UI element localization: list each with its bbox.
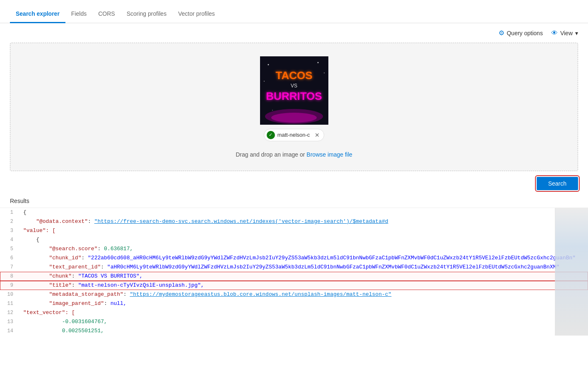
image-preview: TACOS VS BURRITOS [260, 56, 328, 125]
svg-point-8 [324, 72, 325, 73]
check-circle-icon: ✓ [267, 131, 275, 139]
svg-text:BURRITOS: BURRITOS [266, 90, 322, 102]
line-number: 11 [0, 299, 20, 308]
line-content: "text_vector": [ [20, 308, 588, 317]
line-number: 7 [0, 263, 20, 272]
line-content: { [20, 208, 588, 217]
table-row: 8 "chunk": "TACOS VS BURRITOS", [0, 272, 588, 281]
svg-point-6 [267, 64, 269, 65]
svg-point-9 [264, 81, 265, 82]
image-dropzone[interactable]: TACOS VS BURRITOS [10, 43, 578, 171]
line-content: "@search.score": 0.636817, [20, 244, 588, 254]
line-content: "metadata_storage_path": "https://mydemo… [20, 290, 588, 299]
chevron-down-icon: ▾ [575, 30, 578, 36]
table-row: 2 "@odata.context": "https://free-search… [0, 217, 588, 226]
toolbar: ⚙ Query options 👁 View ▾ [0, 23, 588, 43]
gear-icon: ⚙ [499, 29, 504, 37]
query-options-button[interactable]: ⚙ Query options [499, 29, 543, 37]
line-content: -0.0031604767, [20, 317, 588, 326]
line-number: 14 [0, 326, 20, 336]
line-content: "value": [ [20, 226, 588, 235]
tab-search-explorer[interactable]: Search explorer [10, 4, 65, 23]
line-number: 12 [0, 308, 20, 317]
line-content: "image_parent_id": null, [20, 299, 588, 308]
line-number: 4 [0, 235, 20, 244]
results-label: Results [0, 196, 588, 208]
drop-instructions: Drag and drop an image or Browse image f… [236, 151, 352, 158]
table-row: 5 "@search.score": 0.636817, [0, 244, 588, 254]
line-content: "title": "matt-nelson-cTyVIvzQslE-unspla… [20, 281, 588, 290]
table-row: 10 "metadata_storage_path": "https://myd… [0, 290, 588, 299]
minimap [555, 208, 588, 336]
line-number: 2 [0, 217, 20, 226]
line-content: "chunk_id": "222ab60cd608_aHR0cHM6Ly9teW… [20, 254, 588, 263]
svg-text:TACOS: TACOS [275, 69, 312, 82]
query-options-label: Query options [507, 30, 543, 36]
line-number: 9 [0, 281, 20, 290]
table-row: 11 "image_parent_id": null, [0, 299, 588, 308]
image-preview-wrapper: TACOS VS BURRITOS [260, 56, 328, 141]
line-number: 6 [0, 254, 20, 263]
line-content: { [20, 235, 588, 244]
table-row: 13 -0.0031604767, [0, 317, 588, 326]
view-button[interactable]: 👁 View ▾ [551, 29, 578, 37]
file-name: matt-nelson-c [277, 132, 310, 138]
view-label: View [560, 30, 573, 36]
table-row: 12"text_vector": [ [0, 308, 588, 317]
line-number: 3 [0, 226, 20, 235]
tab-vector-profiles[interactable]: Vector profiles [172, 4, 221, 23]
table-row: 14 0.0025501251, [0, 326, 588, 336]
line-number: 10 [0, 290, 20, 299]
tab-fields[interactable]: Fields [65, 4, 92, 23]
tab-cors[interactable]: CORS [92, 4, 120, 23]
browse-link[interactable]: Browse image file [306, 151, 352, 158]
line-number: 1 [0, 208, 20, 217]
svg-text:VS: VS [290, 83, 297, 89]
svg-point-7 [317, 62, 318, 63]
line-content: "chunk": "TACOS VS BURRITOS", [20, 272, 588, 281]
search-button-row: Search [0, 171, 588, 196]
line-number: 8 [0, 272, 20, 281]
table-row: 9 "title": "matt-nelson-cTyVIvzQslE-unsp… [0, 281, 588, 290]
code-block: 1{2 "@odata.context": "https://free-sear… [0, 208, 588, 336]
line-number: 5 [0, 244, 20, 254]
tab-scoring-profiles[interactable]: Scoring profiles [121, 4, 173, 23]
svg-point-2 [271, 113, 317, 123]
eye-icon: 👁 [551, 29, 558, 37]
search-button[interactable]: Search [537, 177, 578, 190]
tabs-bar: Search explorer Fields CORS Scoring prof… [0, 0, 588, 23]
close-icon[interactable]: ✕ [315, 132, 320, 138]
line-number: 13 [0, 317, 20, 326]
svg-point-10 [272, 110, 273, 111]
code-lines: 1{2 "@odata.context": "https://free-sear… [0, 208, 588, 336]
table-row: 7 "text_parent_id": "aHR0cHM6Ly9teWRlbW9… [0, 263, 588, 272]
table-row: 1{ [0, 208, 588, 217]
table-row: 6 "chunk_id": "222ab60cd608_aHR0cHM6Ly9t… [0, 254, 588, 263]
line-content: 0.0025501251, [20, 326, 588, 336]
line-content: "text_parent_id": "aHR0cHM6Ly9teWRlbW9zd… [20, 263, 588, 272]
table-row: 3"value": [ [0, 226, 588, 235]
table-row: 4 { [0, 235, 588, 244]
file-chip: ✓ matt-nelson-c ✕ [264, 129, 325, 141]
line-content: "@odata.context": "https://free-search-d… [20, 217, 588, 226]
